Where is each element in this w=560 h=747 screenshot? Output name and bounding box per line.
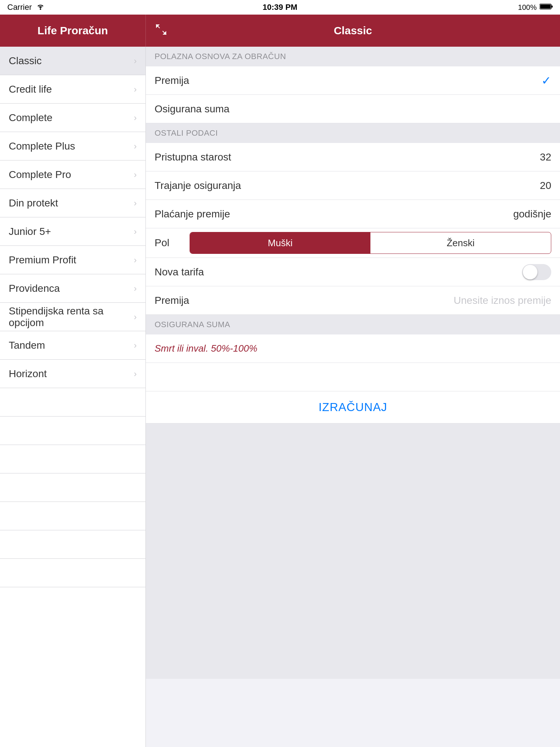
calculate-button[interactable]: IZRAČUNAJ	[319, 400, 388, 414]
row-nova-tarifa[interactable]: Nova tarifa	[146, 258, 560, 286]
sidebar-item-empty-6	[0, 530, 145, 559]
premija-input-label: Premija	[155, 295, 189, 306]
toggle-knob	[523, 265, 537, 279]
panel-title: Classic	[334, 24, 372, 37]
svg-rect-2	[551, 5, 553, 8]
sidebar-item-stipendijska[interactable]: Stipendijska renta sa opcijom ›	[0, 303, 145, 331]
main-content: Classic › Credit life › Complete › Compl…	[0, 47, 560, 747]
sidebar-item-providenca[interactable]: Providenca ›	[0, 274, 145, 303]
header-right: Classic	[146, 15, 560, 47]
sidebar-item-empty-7	[0, 559, 145, 587]
chevron-icon: ›	[134, 198, 137, 208]
pristupna-starost-label: Pristupna starost	[155, 151, 231, 163]
sidebar-item-empty-5	[0, 502, 145, 530]
chevron-icon: ›	[134, 113, 137, 123]
app-header: Life Proračun Classic	[0, 15, 560, 47]
premija-osnova-label: Premija	[155, 75, 189, 86]
trajanje-label: Trajanje osiguranja	[155, 180, 241, 191]
smrt-inval-text: Smrt ili inval. 50%-100%	[155, 343, 257, 354]
sidebar-item-complete-plus[interactable]: Complete Plus ›	[0, 132, 145, 160]
battery-icon	[540, 3, 553, 12]
osigurana-suma-label: Osigurana suma	[155, 103, 229, 115]
row-premija-input[interactable]: Premija Unesite iznos premije	[146, 286, 560, 315]
sidebar-item-empty-1	[0, 388, 145, 417]
chevron-icon: ›	[134, 283, 137, 294]
chevron-icon: ›	[134, 340, 137, 351]
premija-checkmark: ✓	[541, 74, 551, 88]
row-premija-osnova[interactable]: Premija ✓	[146, 66, 560, 95]
chevron-icon: ›	[134, 312, 137, 322]
status-bar-right: 100%	[518, 3, 553, 12]
chevron-icon: ›	[134, 255, 137, 265]
sidebar-item-horizont[interactable]: Horizont ›	[0, 360, 145, 388]
placanje-value: godišnje	[513, 208, 551, 220]
gender-muski[interactable]: Muški	[190, 232, 370, 253]
chevron-icon: ›	[134, 227, 137, 237]
empty-row	[146, 363, 560, 391]
row-osigurana-suma-osnova[interactable]: Osigurana suma	[146, 95, 560, 123]
carrier-label: Carrier	[7, 3, 32, 12]
sidebar-item-classic[interactable]: Classic ›	[0, 47, 145, 75]
sidebar-item-credit-life[interactable]: Credit life ›	[0, 75, 145, 104]
row-smrt-inval: Smrt ili inval. 50%-100%	[146, 334, 560, 363]
placanje-label: Plaćanje premije	[155, 208, 230, 220]
chevron-icon: ›	[134, 170, 137, 180]
app-container: Life Proračun Classic Classic › Cre	[0, 15, 560, 747]
chevron-icon: ›	[134, 56, 137, 66]
chevron-icon: ›	[134, 84, 137, 94]
wifi-icon	[35, 3, 46, 12]
sidebar-item-complete-pro[interactable]: Complete Pro ›	[0, 160, 145, 189]
expand-icon[interactable]	[155, 23, 168, 38]
right-panel: POLAZNA OSNOVA ZA OBRAČUN Premija ✓ Osig…	[146, 47, 560, 747]
app-title: Life Proračun	[38, 24, 108, 37]
status-bar: Carrier 10:39 PM 100%	[0, 0, 560, 15]
row-pol: Pol Muški Ženski	[146, 228, 560, 258]
result-area	[146, 423, 560, 679]
pol-label: Pol	[155, 237, 184, 249]
status-bar-left: Carrier	[7, 3, 46, 12]
row-placanje-premije[interactable]: Plaćanje premije godišnje	[146, 200, 560, 228]
battery-label: 100%	[518, 3, 537, 12]
section-polazna-osnova: POLAZNA OSNOVA ZA OBRAČUN	[146, 47, 560, 66]
chevron-icon: ›	[134, 141, 137, 151]
sidebar-item-junior[interactable]: Junior 5+ ›	[0, 217, 145, 246]
row-pristupna-starost[interactable]: Pristupna starost 32	[146, 143, 560, 171]
nova-tarifa-toggle[interactable]	[522, 264, 551, 280]
calculate-row: IZRAČUNAJ	[146, 391, 560, 423]
row-trajanje-osiguranja[interactable]: Trajanje osiguranja 20	[146, 171, 560, 200]
premija-input-placeholder[interactable]: Unesite iznos premije	[454, 295, 551, 306]
section-osigurana-suma: OSIGURANA SUMA	[146, 315, 560, 334]
sidebar-item-empty-3	[0, 445, 145, 473]
chevron-icon: ›	[134, 369, 137, 379]
sidebar-item-din-protekt[interactable]: Din protekt ›	[0, 189, 145, 217]
header-left: Life Proračun	[0, 15, 146, 47]
sidebar: Classic › Credit life › Complete › Compl…	[0, 47, 146, 747]
svg-rect-3	[540, 4, 551, 8]
svg-point-0	[40, 8, 41, 10]
sidebar-item-empty-4	[0, 473, 145, 502]
sidebar-item-complete[interactable]: Complete ›	[0, 104, 145, 132]
sidebar-item-empty-2	[0, 417, 145, 445]
gender-segmented-control[interactable]: Muški Ženski	[190, 232, 551, 254]
nova-tarifa-label: Nova tarifa	[155, 266, 204, 278]
section-ostali-podaci: OSTALI PODACI	[146, 123, 560, 143]
sidebar-item-tandem[interactable]: Tandem ›	[0, 331, 145, 360]
gender-zenski[interactable]: Ženski	[370, 232, 551, 253]
sidebar-item-premium-profit[interactable]: Premium Profit ›	[0, 246, 145, 274]
pristupna-starost-value: 32	[540, 151, 551, 163]
status-bar-time: 10:39 PM	[262, 3, 297, 12]
trajanje-value: 20	[540, 180, 551, 191]
